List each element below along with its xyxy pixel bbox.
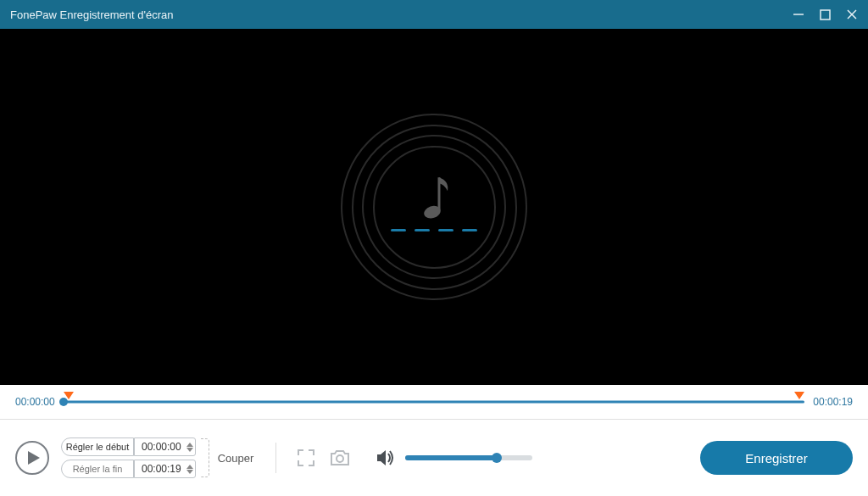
expand-icon	[297, 449, 315, 467]
minimize-button[interactable]	[793, 8, 804, 20]
clip-group: Régler le début 00:00:00 Régler la fin 0…	[61, 437, 257, 478]
audio-visualization	[341, 114, 527, 300]
maximize-button[interactable]	[820, 9, 831, 20]
time-end-label: 00:00:19	[813, 396, 853, 408]
volume-control	[375, 447, 532, 469]
fullscreen-button[interactable]	[295, 447, 317, 469]
clip-end-input[interactable]: 00:00:19	[134, 460, 196, 478]
window-title: FonePaw Enregistrement d'écran	[10, 8, 793, 21]
clip-start-value: 00:00:00	[142, 441, 181, 453]
set-start-button[interactable]: Régler le début	[61, 437, 134, 456]
svg-marker-7	[377, 450, 386, 465]
cut-button[interactable]: Couper	[214, 452, 258, 465]
play-icon	[27, 450, 41, 465]
volume-button[interactable]	[375, 447, 397, 469]
camera-icon	[330, 449, 350, 466]
svg-rect-1	[821, 10, 830, 20]
clip-end-value: 00:00:19	[142, 463, 181, 475]
window-controls	[793, 8, 858, 20]
volume-slider[interactable]	[405, 455, 532, 460]
save-button[interactable]: Enregistrer	[700, 441, 853, 475]
play-button[interactable]	[15, 441, 49, 475]
speaker-icon	[376, 449, 395, 466]
svg-point-6	[337, 455, 343, 462]
separator	[275, 443, 276, 473]
clip-start-stepper[interactable]	[186, 443, 193, 452]
playhead[interactable]	[59, 398, 68, 406]
timeline-panel: 00:00:00 00:00:19	[0, 385, 868, 420]
music-note-icon	[414, 172, 454, 230]
set-end-button[interactable]: Régler la fin	[61, 460, 134, 478]
titlebar: FonePaw Enregistrement d'écran	[0, 0, 868, 29]
preview-area	[0, 29, 868, 385]
audio-level-bars	[391, 229, 477, 231]
timeline-track[interactable]	[64, 393, 805, 410]
clip-end-stepper[interactable]	[186, 465, 193, 474]
time-start-label: 00:00:00	[15, 396, 55, 408]
clip-start-input[interactable]: 00:00:00	[134, 437, 196, 456]
svg-marker-5	[28, 451, 40, 465]
clip-bracket-decorator	[201, 438, 209, 477]
controls-panel: Régler le début 00:00:00 Régler la fin 0…	[0, 420, 868, 496]
screenshot-button[interactable]	[329, 447, 351, 469]
close-button[interactable]	[846, 8, 858, 20]
clip-end-marker[interactable]	[794, 392, 804, 399]
